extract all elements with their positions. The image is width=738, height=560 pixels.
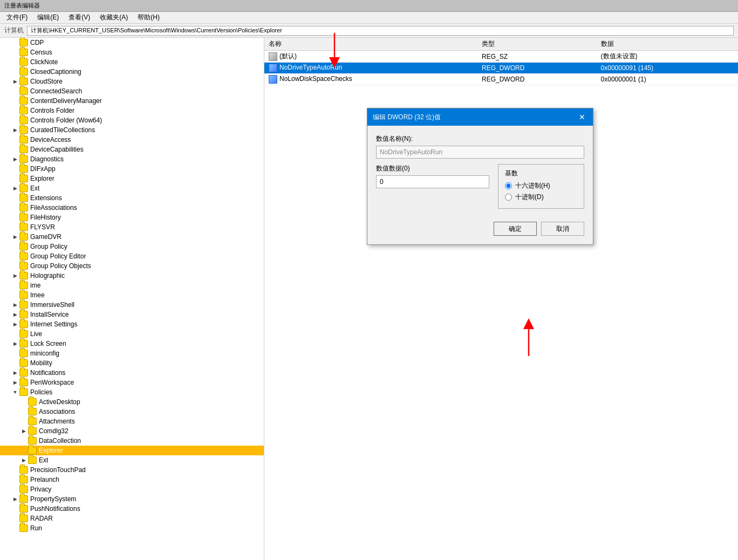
expand-button: [19, 407, 28, 416]
hex-label: 十六进制(H): [515, 181, 550, 190]
tree-item-immersiveshell[interactable]: ▶ImmersiveShell: [0, 300, 264, 310]
tree-item-grouppolicy[interactable]: Group Policy: [0, 242, 264, 251]
tree-item-ext[interactable]: ▶Ext: [0, 183, 264, 193]
tree-item-comdlg32[interactable]: ▶Comdlg32: [0, 426, 264, 436]
tree-item-datacollection[interactable]: DataCollection: [0, 436, 264, 446]
tree-item-clicknote[interactable]: ClickNote: [0, 57, 264, 67]
folder-icon: [19, 320, 28, 328]
tree-item-miniconfig[interactable]: miniconfig: [0, 349, 264, 358]
expand-button: [11, 291, 19, 299]
folder-icon: [19, 330, 28, 338]
tree-item-closedcaptioning[interactable]: ClosedCaptioning: [0, 67, 264, 77]
tree-item-propertysystem[interactable]: ▶PropertySystem: [0, 494, 264, 504]
tree-item-grouppolicyeditor[interactable]: Group Policy Editor: [0, 251, 264, 261]
expand-button: [11, 466, 19, 474]
tree-item-cloudstore[interactable]: ▶CloudStore: [0, 77, 264, 86]
menu-view[interactable]: 查看(V): [64, 12, 94, 23]
expand-button[interactable]: ▶: [11, 77, 19, 86]
tree-item-connectedsearch[interactable]: ConnectedSearch: [0, 86, 264, 96]
tree-item-filehistory[interactable]: FileHistory: [0, 213, 264, 222]
table-row[interactable]: NoDriveTypeAutoRunREG_DWORD0x00000091 (1…: [264, 63, 738, 74]
table-row[interactable]: NoLowDiskSpaceChecksREG_DWORD0x00000001 …: [264, 74, 738, 85]
value-data-input[interactable]: [376, 175, 489, 188]
tree-item-label: InstallService: [30, 311, 69, 318]
dword-dialog[interactable]: 编辑 DWORD (32 位)值 ✕ 数值名称(N): 数值数据(0) 基数 十…: [367, 108, 593, 245]
tree-item-policies[interactable]: ▼Policies: [0, 387, 264, 397]
expand-button[interactable]: ▶: [19, 456, 28, 465]
tree-item-explorer[interactable]: Explorer: [0, 174, 264, 183]
tree-item-pushnotifications[interactable]: PushNotifications: [0, 504, 264, 514]
menu-edit[interactable]: 编辑(E): [33, 12, 63, 23]
tree-item-devicecapabilities[interactable]: DeviceCapabilities: [0, 145, 264, 154]
tree-item-flysvr[interactable]: FLYSVR: [0, 222, 264, 232]
tree-item-penworkspace[interactable]: ▶PenWorkspace: [0, 378, 264, 387]
expand-button[interactable]: ▶: [11, 184, 19, 193]
tree-panel[interactable]: CDPCensusClickNoteClosedCaptioning▶Cloud…: [0, 38, 264, 560]
expand-button[interactable]: ▶: [11, 368, 19, 377]
tree-item-installservice[interactable]: ▶InstallService: [0, 310, 264, 319]
value-name-input[interactable]: [376, 146, 584, 159]
tree-item-mobility[interactable]: Mobility: [0, 358, 264, 368]
expand-button: [11, 281, 19, 290]
expand-button[interactable]: ▶: [11, 126, 19, 134]
address-input[interactable]: [27, 26, 734, 36]
tree-item-difxapp[interactable]: DIFxApp: [0, 164, 264, 174]
expand-button[interactable]: ▼: [11, 388, 19, 397]
expand-button[interactable]: ▶: [11, 339, 19, 348]
tree-item-imee[interactable]: Imee: [0, 290, 264, 300]
cancel-button[interactable]: 取消: [541, 222, 584, 236]
tree-item-ime[interactable]: ime: [0, 281, 264, 290]
expand-button[interactable]: ▶: [11, 271, 19, 280]
table-row[interactable]: (默认)REG_SZ(数值未设置): [264, 51, 738, 63]
ok-button[interactable]: 确定: [494, 222, 537, 236]
tree-item-policies-ext[interactable]: ▶Ext: [0, 455, 264, 465]
expand-button[interactable]: ▶: [19, 427, 28, 435]
expand-button: [11, 485, 19, 494]
expand-button[interactable]: ▶: [11, 155, 19, 163]
tree-item-notifications[interactable]: ▶Notifications: [0, 368, 264, 378]
hex-radio[interactable]: [505, 182, 512, 189]
tree-item-attachments[interactable]: Attachments: [0, 416, 264, 426]
registry-table: 名称 类型 数据 (默认)REG_SZ(数值未设置)NoDriveTypeAut…: [264, 38, 738, 85]
tree-item-precisiontouchpad[interactable]: PrecisionTouchPad: [0, 465, 264, 475]
expand-button[interactable]: ▶: [11, 301, 19, 309]
tree-item-gamedvr[interactable]: ▶GameDVR: [0, 232, 264, 242]
expand-button[interactable]: ▶: [11, 495, 19, 503]
tree-item-deviceaccess[interactable]: DeviceAccess: [0, 135, 264, 145]
tree-item-holographic[interactable]: ▶Holographic: [0, 271, 264, 281]
menu-favorites[interactable]: 收藏夹(A): [95, 12, 132, 23]
expand-button[interactable]: ▶: [11, 233, 19, 241]
dialog-close-button[interactable]: ✕: [577, 112, 587, 122]
tree-item-curatedtile[interactable]: ▶CuratedTileCollections: [0, 125, 264, 135]
expand-button[interactable]: ▶: [11, 378, 19, 387]
menu-help[interactable]: 帮助(H): [133, 12, 164, 23]
tree-item-privacy[interactable]: Privacy: [0, 484, 264, 494]
menu-bar: 文件(F) 编辑(E) 查看(V) 收藏夹(A) 帮助(H): [0, 12, 738, 24]
folder-icon: [19, 49, 28, 56]
tree-item-policies-explorer[interactable]: Explorer: [0, 446, 264, 455]
tree-item-live[interactable]: Live: [0, 329, 264, 339]
tree-item-lockscreen[interactable]: ▶Lock Screen: [0, 339, 264, 349]
tree-item-contentdelivery[interactable]: ContentDeliveryManager: [0, 96, 264, 106]
tree-item-census[interactable]: Census: [0, 47, 264, 57]
tree-item-activedesktop[interactable]: ActiveDesktop: [0, 397, 264, 407]
tree-item-radar[interactable]: RADAR: [0, 514, 264, 523]
decimal-radio[interactable]: [505, 194, 512, 201]
tree-item-internetsettings[interactable]: ▶Internet Settings: [0, 319, 264, 329]
folder-icon: [19, 282, 28, 289]
tree-item-label: Extensions: [30, 194, 62, 202]
expand-button[interactable]: ▶: [11, 320, 19, 329]
tree-item-prelaunch[interactable]: Prelaunch: [0, 475, 264, 484]
tree-item-fileassociations[interactable]: FileAssociations: [0, 203, 264, 213]
expand-button[interactable]: ▶: [11, 310, 19, 319]
row-name: (默认): [279, 52, 297, 60]
tree-item-controlsfolder64[interactable]: Controls Folder (Wow64): [0, 115, 264, 125]
menu-file[interactable]: 文件(F): [2, 12, 32, 23]
tree-item-controlsfolder[interactable]: Controls Folder: [0, 106, 264, 115]
tree-item-run[interactable]: Run: [0, 523, 264, 533]
tree-item-grouppolicyobjects[interactable]: Group Policy Objects: [0, 261, 264, 271]
tree-item-extensions[interactable]: Extensions: [0, 193, 264, 203]
tree-item-associations[interactable]: Associations: [0, 407, 264, 416]
tree-item-cdp[interactable]: CDP: [0, 38, 264, 47]
tree-item-diagnostics[interactable]: ▶Diagnostics: [0, 154, 264, 164]
